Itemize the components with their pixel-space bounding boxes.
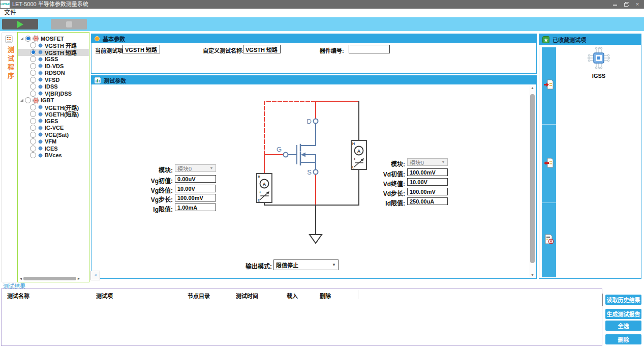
- chip-icon-small: [38, 125, 43, 131]
- add-document-icon: [543, 79, 555, 90]
- stop-button[interactable]: [51, 19, 87, 30]
- tree-label: VCE(Sat): [45, 132, 69, 138]
- tree-item-vgsth-short[interactable]: VGSTH 短路: [18, 49, 89, 56]
- scroll-left-icon[interactable]: ◄: [19, 276, 23, 281]
- tree-label: MOSFET: [41, 36, 64, 42]
- chip-icon-small: [38, 70, 43, 76]
- tree-item-bvces[interactable]: BVces: [18, 152, 89, 159]
- vd-end-input[interactable]: [407, 178, 448, 186]
- restore-button[interactable]: [623, 0, 630, 9]
- test-params-scrollbar[interactable]: ▲ ▼: [529, 86, 536, 277]
- ig-limit-input[interactable]: [175, 204, 216, 211]
- scroll-down-icon[interactable]: ▼: [529, 273, 536, 277]
- gate-module-select[interactable]: 模块0▼: [175, 164, 216, 172]
- minimize-button[interactable]: [611, 0, 619, 9]
- chip-icon-small: [38, 63, 43, 69]
- expander-icon[interactable]: [20, 99, 23, 102]
- col-node-dir: 节点目录: [188, 292, 210, 300]
- custom-test-name-input[interactable]: [243, 45, 281, 53]
- plus-label: +: [259, 190, 261, 195]
- test-params-title: 测试参数: [104, 76, 126, 84]
- low-terminal-label: L: [352, 165, 355, 169]
- tree-item-idss[interactable]: IDSS: [18, 83, 89, 91]
- results-table: 测试名称 测试项 节点目录 测试时间 载入 删除: [1, 288, 602, 346]
- scroll-thumb[interactable]: [530, 94, 535, 263]
- tree-item-vbrdss[interactable]: V(BR)DSS: [18, 90, 89, 97]
- drain-terminal-label: D: [307, 118, 312, 125]
- output-mode-select[interactable]: 限值停止▼: [273, 259, 339, 270]
- remove-from-favorites-button[interactable]: [543, 157, 555, 168]
- section-dot-icon: [95, 36, 100, 41]
- favorites-header: ★ 已收藏测试项: [539, 34, 641, 45]
- chip-icon-small: [38, 84, 43, 90]
- tree-label: IGBT: [41, 97, 54, 103]
- tree-item-vgeth-short[interactable]: VGETH(短路): [18, 111, 89, 118]
- menu-file[interactable]: 文件: [4, 9, 16, 17]
- col-load: 载入: [287, 292, 298, 300]
- vg-step-input[interactable]: [175, 194, 216, 201]
- tree-item-id-vds[interactable]: ID-VDS: [18, 63, 89, 70]
- vg-end-label: Vg终值:: [124, 186, 173, 194]
- tree-item-igss[interactable]: IGSS: [18, 56, 89, 63]
- col-test-name: 测试名称: [7, 292, 29, 300]
- id-limit-input[interactable]: [407, 197, 448, 205]
- gate-module-label: 模块:: [130, 165, 173, 174]
- chip-icon-small: [38, 146, 43, 151]
- favorite-item-label: IGSS: [577, 73, 620, 79]
- col-test-item: 测试项: [96, 292, 113, 300]
- clear-favorites-button[interactable]: [543, 234, 555, 245]
- generate-report-button[interactable]: 生成测试报告: [605, 309, 641, 319]
- chip-icon-small: [38, 118, 43, 124]
- tree-item-vfsd[interactable]: VFSD: [18, 76, 89, 83]
- tree-label: IDSS: [45, 83, 58, 90]
- load-history-button[interactable]: 读取历史结果: [605, 295, 641, 305]
- star-folder-icon: ★: [542, 36, 549, 43]
- letak-logo: LETAK: [1, 1, 10, 8]
- test-tree: MOSFET VGSTH 开路 VGSTH 短路 IGSS ID-VDS: [18, 35, 89, 159]
- window-title: LET-5000 半导体参数测量系统: [12, 0, 88, 9]
- tree-horizontal-scrollbar[interactable]: ◄ ►: [19, 276, 81, 281]
- expander-icon[interactable]: [20, 37, 23, 40]
- drain-module-select[interactable]: 模块0▼: [407, 158, 448, 166]
- vd-step-input[interactable]: [407, 188, 448, 195]
- delete-document-icon: [543, 234, 555, 245]
- run-button[interactable]: [2, 19, 38, 30]
- ic-chip-icon: [588, 47, 610, 69]
- current-test-item-input[interactable]: [122, 45, 160, 53]
- tree-item-iges[interactable]: IGES: [18, 118, 89, 125]
- tree-item-ic-vce[interactable]: IC-VCE: [18, 125, 89, 132]
- scroll-up-icon[interactable]: ▲: [529, 86, 536, 90]
- menu-bar: 文件: [0, 9, 644, 17]
- remove-document-icon: [543, 157, 555, 168]
- basic-params-panel: 基本参数 当前测试项: 自定义测试名称: 器件编号:: [91, 34, 537, 74]
- test-tree-panel: MOSFET VGSTH 开路 VGSTH 短路 IGSS ID-VDS: [17, 32, 89, 282]
- custom-test-name-label: 自定义测试名称:: [203, 46, 244, 54]
- app-window: LETAK LET-5000 半导体参数测量系统 × 文件 测试程序 MOSFE…: [0, 0, 644, 347]
- vg-start-input[interactable]: [175, 175, 216, 183]
- chip-icon-small: [38, 56, 43, 62]
- radio-igbt[interactable]: [25, 97, 31, 103]
- scroll-thumb[interactable]: [23, 277, 76, 280]
- scroll-right-icon[interactable]: ►: [77, 276, 81, 281]
- vg-end-input[interactable]: [175, 185, 216, 192]
- close-button[interactable]: ×: [634, 0, 641, 9]
- tree-label: IGSS: [45, 56, 58, 62]
- tree-label: VFSD: [45, 77, 59, 83]
- radio-mosfet[interactable]: [25, 36, 31, 42]
- chip-icon-small: [38, 132, 43, 137]
- delete-results-button[interactable]: 删除: [605, 334, 641, 344]
- tree-item-rdson[interactable]: RDSON: [18, 70, 89, 77]
- vd-start-input[interactable]: [407, 168, 448, 176]
- select-all-button[interactable]: 全选: [605, 321, 641, 331]
- current-test-item-label: 当前测试项:: [95, 46, 125, 54]
- tree-item-ices[interactable]: ICES: [18, 145, 89, 152]
- tab-test-program[interactable]: 测试程序: [6, 46, 15, 81]
- add-to-favorites-button[interactable]: [543, 79, 555, 90]
- panel-collapse-button[interactable]: ◄: [90, 271, 100, 280]
- favorite-item-igss[interactable]: IGSS: [577, 47, 620, 79]
- tree-item-vce-sat[interactable]: VCE(Sat): [18, 131, 89, 138]
- col-delete: 删除: [320, 292, 331, 300]
- tree-item-vfm[interactable]: VFM: [18, 138, 89, 146]
- svg-text:★: ★: [544, 37, 548, 42]
- device-id-input[interactable]: [349, 45, 390, 53]
